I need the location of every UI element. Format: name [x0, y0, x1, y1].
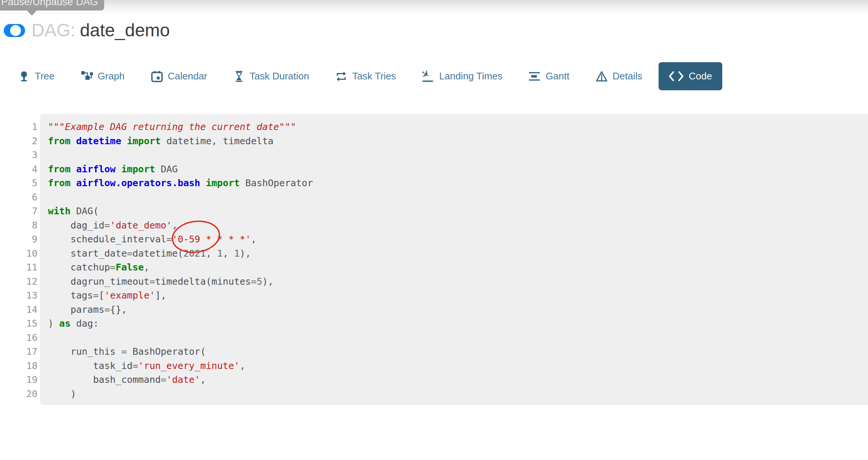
line-number: 6: [0, 190, 37, 205]
code-line: ) as dag:: [48, 317, 868, 331]
tab-task-duration[interactable]: Task Duration: [233, 70, 309, 83]
line-number: 11: [0, 260, 37, 275]
line-number: 17: [0, 345, 37, 359]
code-line: start_date=datetime(2021, 1, 1),: [48, 246, 868, 261]
tab-label: Graph: [98, 70, 125, 82]
tab-label: Tree: [35, 70, 55, 82]
graph-icon: [81, 70, 93, 82]
line-number: 20: [0, 387, 37, 401]
tab-details[interactable]: Details: [596, 70, 642, 82]
line-number: 13: [0, 288, 37, 303]
line-number: 5: [0, 176, 37, 190]
calendar-icon: [151, 70, 163, 82]
code-line: tags=['example'],: [48, 288, 868, 303]
tab-gantt[interactable]: Gantt: [529, 70, 569, 82]
toggle-knob: [10, 25, 21, 36]
line-number: 4: [0, 162, 37, 176]
line-number: 12: [0, 275, 37, 289]
tab-label: Code: [689, 70, 712, 82]
tab-label: Landing Times: [439, 70, 502, 82]
code-line: params={},: [48, 303, 868, 317]
tab-landing-times[interactable]: ✈Landing Times: [422, 70, 502, 82]
code-line: """Example DAG returning the current dat…: [48, 120, 868, 134]
code-line: [48, 331, 868, 345]
pause-unpause-tooltip: Pause/Unpause DAG: [0, 0, 104, 10]
code-lines: """Example DAG returning the current dat…: [48, 120, 868, 401]
line-number: 1: [0, 120, 37, 134]
tooltip-arrow: [27, 10, 37, 16]
code-gutter: 1234567891011121314151617181920: [0, 114, 40, 405]
code-line: from airflow import DAG: [48, 162, 868, 176]
tab-label: Gantt: [545, 70, 569, 82]
view-tabs: TreeGraphCalendarTask DurationTask Tries…: [19, 62, 868, 90]
code-line: from airflow.operators.bash import BashO…: [48, 176, 868, 190]
code-line: bash_command='date',: [48, 373, 868, 387]
code-line: run_this = BashOperator(: [48, 345, 868, 359]
code-line: from datetime import datetime, timedelta: [48, 134, 868, 148]
code-line: with DAG(: [48, 204, 868, 218]
code-line: [48, 148, 868, 162]
line-number: 14: [0, 303, 37, 317]
line-number: 15: [0, 317, 37, 331]
tab-label: Task Tries: [352, 70, 396, 82]
code-line: task_id='run_every_minute',: [48, 359, 868, 373]
tab-label: Details: [613, 70, 642, 82]
tab-task-tries[interactable]: Task Tries: [335, 70, 396, 82]
line-number: 8: [0, 218, 37, 233]
tab-code[interactable]: Code: [659, 62, 722, 90]
hourglass-icon: [233, 70, 245, 83]
line-number: 2: [0, 134, 37, 148]
line-number: 16: [0, 331, 37, 345]
code-block: """Example DAG returning the current dat…: [40, 114, 868, 405]
code-view: 1234567891011121314151617181920 """Examp…: [0, 114, 868, 405]
page-title: DAG:date_demo: [31, 20, 170, 41]
code-line: catchup=False,: [48, 260, 868, 275]
retry-icon: [335, 70, 347, 82]
line-number: 19: [0, 373, 37, 387]
code-icon: [669, 71, 684, 82]
tab-calendar[interactable]: Calendar: [151, 70, 208, 82]
pause-toggle[interactable]: [4, 24, 25, 37]
dag-label: DAG:: [31, 20, 75, 40]
line-number: 10: [0, 246, 37, 261]
plane-landing-icon: ✈: [422, 70, 434, 82]
details-icon: [596, 70, 608, 82]
line-number: 3: [0, 148, 37, 162]
code-line: schedule_interval='0-59 * * * *',: [48, 232, 868, 246]
code-line: dag_id='date_demo',: [48, 218, 868, 233]
code-line: dagrun_timeout=timedelta(minutes=5),: [48, 275, 868, 289]
gantt-icon: [529, 70, 541, 82]
tab-label: Calendar: [168, 70, 208, 82]
dag-code-page: Pause/Unpause DAG DAG:date_demo TreeGrap…: [0, 0, 868, 460]
dag-name: date_demo: [80, 20, 170, 40]
tab-tree[interactable]: Tree: [19, 70, 55, 82]
code-line: ): [48, 387, 868, 401]
line-number: 7: [0, 204, 37, 218]
line-number: 9: [0, 232, 37, 246]
tree-icon: [19, 70, 30, 82]
tab-graph[interactable]: Graph: [81, 70, 125, 82]
tooltip-text: Pause/Unpause DAG: [1, 0, 98, 7]
tab-label: Task Duration: [249, 70, 309, 82]
code-line: [48, 190, 868, 205]
svg-text:✈: ✈: [422, 70, 432, 81]
dag-header: DAG:date_demo: [0, 0, 868, 41]
line-number: 18: [0, 359, 37, 373]
